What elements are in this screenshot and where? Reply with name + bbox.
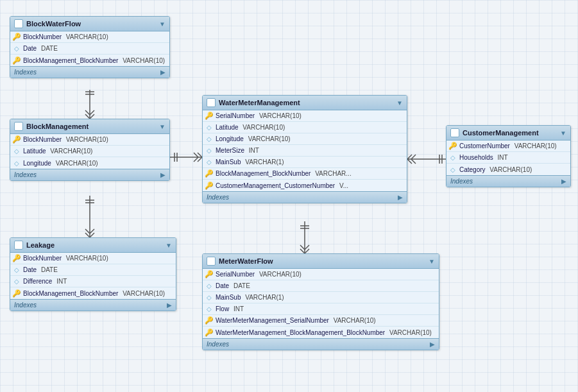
table-icon-meterWaterFlow [207, 257, 216, 266]
table-header-customerManagement[interactable]: CustomerManagement ▼ [446, 126, 570, 141]
field-row-blockWaterFlow-0: 🔑 BlockNumber VARCHAR(10) [10, 31, 169, 43]
key-icon: 🔑 [205, 170, 213, 178]
table-title-meterWaterFlow: MeterWaterFlow [219, 257, 425, 265]
table-arrow-blockManagement[interactable]: ▼ [159, 123, 166, 130]
field-row-blockManagement-1: ◇ Latitude VARCHAR(10) [10, 146, 169, 157]
table-title-blockManagement: BlockManagement [26, 123, 156, 130]
field-row-waterMeterManagement-2: ◇ Longitude VARCHAR(10) [203, 133, 407, 145]
field-type-waterMeterManagement-3: INT [247, 147, 259, 154]
table-icon-leakage [14, 241, 23, 250]
table-title-waterMeterManagement: WaterMeterManagement [219, 99, 393, 107]
footer-expand-blockManagement[interactable]: ▶ [160, 171, 166, 178]
field-type-waterMeterManagement-2: VARCHAR(10) [246, 135, 291, 142]
svg-line-18 [90, 233, 94, 237]
field-name-meterWaterFlow-5: WaterMeterManagement_BlockManagement_Blo… [216, 329, 385, 336]
footer-label-blockManagement: Indexes [14, 171, 37, 178]
table-title-blockWaterFlow: BlockWaterFlow [26, 20, 156, 28]
field-row-leakage-0: 🔑 BlockNumber VARCHAR(10) [10, 253, 176, 264]
field-row-leakage-2: ◇ Difference INT [10, 276, 176, 287]
table-arrow-waterMeterManagement[interactable]: ▼ [396, 99, 403, 107]
svg-line-10 [198, 153, 202, 157]
field-name-waterMeterManagement-4: MainSub [216, 158, 241, 166]
field-name-waterMeterManagement-6: CustomerManagement_CustomerNumber [216, 182, 335, 189]
table-footer-blockManagement[interactable]: Indexes ▶ [10, 169, 169, 180]
field-type-meterWaterFlow-5: VARCHAR(10) [387, 329, 432, 336]
field-name-blockWaterFlow-1: Date [23, 45, 37, 52]
footer-expand-customerManagement[interactable]: ▶ [561, 178, 566, 185]
key-icon: 🔑 [13, 136, 21, 144]
diamond-icon: ◇ [205, 147, 213, 155]
field-name-blockManagement-2: Longitude [23, 160, 51, 167]
key-icon: 🔑 [13, 56, 21, 64]
key-icon: 🔑 [13, 33, 21, 41]
table-header-leakage[interactable]: Leakage ▼ [10, 238, 176, 253]
table-blockWaterFlow: BlockWaterFlow ▼ 🔑 BlockNumber VARCHAR(1… [10, 16, 170, 78]
svg-line-33 [300, 245, 305, 250]
field-type-leakage-0: VARCHAR(10) [64, 255, 108, 262]
table-header-blockManagement[interactable]: BlockManagement ▼ [10, 119, 169, 134]
field-name-meterWaterFlow-1: Date [216, 282, 229, 289]
key-icon: 🔑 [449, 142, 457, 150]
table-arrow-leakage[interactable]: ▼ [166, 242, 172, 249]
table-header-blockWaterFlow[interactable]: BlockWaterFlow ▼ [10, 17, 169, 31]
field-type-leakage-3: VARCHAR(10) [121, 290, 165, 297]
field-name-waterMeterManagement-5: BlockManagement_BlockNumber [216, 170, 310, 177]
svg-line-12 [194, 153, 198, 157]
table-arrow-meterWaterFlow[interactable]: ▼ [429, 258, 435, 265]
field-row-meterWaterFlow-1: ◇ Date DATE [203, 280, 439, 292]
footer-expand-waterMeterManagement[interactable]: ▶ [398, 194, 403, 201]
svg-line-3 [85, 110, 90, 115]
field-type-meterWaterFlow-3: INT [232, 305, 244, 312]
svg-line-1 [85, 114, 90, 119]
table-footer-meterWaterFlow[interactable]: Indexes ▶ [203, 338, 439, 350]
field-row-customerManagement-0: 🔑 CustomerNumber VARCHAR(10) [446, 141, 570, 152]
key-icon: 🔑 [205, 317, 213, 325]
field-row-meterWaterFlow-5: 🔑 WaterMeterManagement_BlockManagement_B… [203, 327, 439, 338]
field-name-meterWaterFlow-3: Flow [216, 305, 229, 312]
table-header-waterMeterManagement[interactable]: WaterMeterManagement ▼ [203, 96, 407, 110]
field-name-meterWaterFlow-0: SerialNumber [216, 271, 255, 278]
field-row-blockManagement-2: ◇ Longitude VARCHAR(10) [10, 157, 169, 169]
field-row-leakage-3: 🔑 BlockManagement_BlockNumber VARCHAR(10… [10, 287, 176, 299]
field-name-blockWaterFlow-0: BlockNumber [23, 33, 62, 40]
field-row-waterMeterManagement-1: ◇ Latitude VARCHAR(10) [203, 122, 407, 133]
field-type-customerManagement-2: VARCHAR(10) [488, 166, 532, 173]
footer-expand-blockWaterFlow[interactable]: ▶ [160, 69, 166, 76]
table-icon-waterMeterManagement [207, 98, 216, 107]
table-waterMeterManagement: WaterMeterManagement ▼ 🔑 SerialNumber VA… [202, 95, 407, 203]
diamond-icon: ◇ [205, 282, 213, 290]
diamond-icon: ◇ [205, 158, 213, 166]
footer-expand-meterWaterFlow[interactable]: ▶ [430, 341, 435, 348]
field-type-waterMeterManagement-5: VARCHAR... [313, 170, 351, 177]
table-icon-customerManagement [450, 128, 459, 137]
table-arrow-customerManagement[interactable]: ▼ [560, 130, 566, 137]
diamond-icon: ◇ [205, 135, 213, 143]
footer-expand-leakage[interactable]: ▶ [167, 302, 172, 309]
table-footer-blockWaterFlow[interactable]: Indexes ▶ [10, 66, 169, 78]
table-header-meterWaterFlow[interactable]: MeterWaterFlow ▼ [203, 254, 439, 269]
field-row-meterWaterFlow-3: ◇ Flow INT [203, 303, 439, 315]
svg-line-31 [300, 249, 305, 253]
key-icon: 🔑 [13, 255, 21, 262]
table-fields-leakage: 🔑 BlockNumber VARCHAR(10) ◇ Date DATE ◇ … [10, 253, 176, 299]
field-row-waterMeterManagement-4: ◇ MainSub VARCHAR(1) [203, 157, 407, 168]
diamond-icon: ◇ [13, 266, 21, 274]
table-customerManagement: CustomerManagement ▼ 🔑 CustomerNumber VA… [446, 125, 571, 187]
svg-line-13 [194, 157, 198, 162]
table-footer-waterMeterManagement[interactable]: Indexes ▶ [203, 191, 407, 203]
table-icon-blockManagement [14, 122, 23, 131]
field-name-meterWaterFlow-4: WaterMeterManagement_SerialNumber [216, 317, 329, 324]
table-footer-leakage[interactable]: Indexes ▶ [10, 299, 176, 311]
table-arrow-blockWaterFlow[interactable]: ▼ [159, 21, 166, 28]
svg-line-25 [411, 159, 416, 164]
field-type-meterWaterFlow-2: VARCHAR(1) [243, 294, 284, 301]
svg-line-2 [90, 114, 94, 119]
table-fields-customerManagement: 🔑 CustomerNumber VARCHAR(10) ◇ Household… [446, 141, 570, 175]
field-row-meterWaterFlow-0: 🔑 SerialNumber VARCHAR(10) [203, 269, 439, 280]
table-footer-customerManagement[interactable]: Indexes ▶ [446, 175, 570, 187]
key-icon: 🔑 [205, 271, 213, 278]
field-name-blockManagement-1: Latitude [23, 148, 46, 155]
diamond-icon: ◇ [13, 278, 21, 285]
field-row-customerManagement-2: ◇ Category VARCHAR(10) [446, 164, 570, 175]
field-type-leakage-1: DATE [39, 266, 58, 273]
